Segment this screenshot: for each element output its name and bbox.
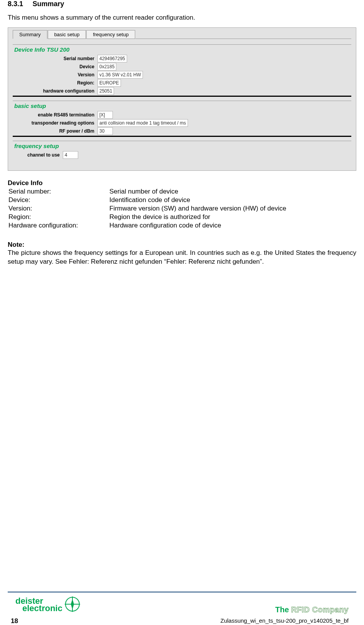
defs-heading: Device Info xyxy=(8,179,356,187)
basic-setup-title: basic setup xyxy=(13,103,351,111)
brand-line2: electronic xyxy=(15,605,62,612)
label-transponder: transponder reading options xyxy=(13,120,97,126)
compass-icon xyxy=(64,596,81,614)
frequency-setup-title: frequency setup xyxy=(13,143,351,151)
label-serial: Serial number xyxy=(13,56,97,61)
row-channel: channel to use 4 xyxy=(13,151,351,159)
basic-setup-block: basic setup enable RS485 termination [X]… xyxy=(13,101,351,137)
tag-rest: RFID Company xyxy=(291,605,349,614)
divider xyxy=(13,141,351,141)
tab-spacer xyxy=(136,30,351,39)
label-rs485: enable RS485 termination xyxy=(13,112,97,118)
def-row: Hardware configuration: Hardware configu… xyxy=(8,222,286,229)
def-row: Version: Firmware version (SW) and hardw… xyxy=(8,205,286,212)
def-desc: Firmware version (SW) and hardware versi… xyxy=(109,205,286,212)
brand-tagline: The RFID Company xyxy=(275,605,349,614)
label-version: Version xyxy=(13,72,97,77)
label-device: Device xyxy=(13,64,97,69)
doc-reference: Zulassung_wi_en_ts_tsu-200_pro_v140205_t… xyxy=(220,617,349,625)
def-label: Device: xyxy=(8,196,109,204)
value-serial: 4294967295 xyxy=(97,55,127,62)
def-label: Serial number: xyxy=(8,188,109,195)
def-label: Region: xyxy=(8,213,109,221)
label-channel: channel to use xyxy=(13,152,63,158)
svg-marker-3 xyxy=(71,599,74,610)
def-label: Version: xyxy=(8,205,109,212)
label-hw-config: hardware configuration xyxy=(13,88,97,94)
row-version: Version v1.36 SW v2.01 HW xyxy=(13,71,351,79)
divider xyxy=(13,44,351,45)
def-desc: Identification code of device xyxy=(109,196,286,204)
section-header: 8.3.1 Summary xyxy=(8,0,356,8)
row-serial: Serial number 4294967295 xyxy=(13,55,351,62)
row-device: Device 0x2185 xyxy=(13,63,351,71)
row-hw-config: hardware configuration 25051 xyxy=(13,87,351,95)
def-row: Region: Region the device is authorized … xyxy=(8,213,286,221)
def-row: Serial number: Serial number of device xyxy=(8,188,286,195)
device-info-block: Device Info TSU 200 Serial number 429496… xyxy=(13,44,351,97)
def-desc: Serial number of device xyxy=(109,188,286,195)
divider xyxy=(13,136,351,137)
value-region: EUROPE xyxy=(97,79,121,87)
value-rs485: [X] xyxy=(97,111,113,119)
divider xyxy=(13,101,351,101)
row-transponder: transponder reading options anti collisi… xyxy=(13,119,351,127)
note-heading: Note: xyxy=(8,241,356,249)
row-rs485: enable RS485 termination [X] xyxy=(13,111,351,119)
tab-basic-setup[interactable]: basic setup xyxy=(48,30,86,39)
label-rf-power: RF power / dBm xyxy=(13,128,97,134)
frequency-setup-block: frequency setup channel to use 4 xyxy=(13,141,351,159)
def-desc: Hardware configuration code of device xyxy=(109,222,286,229)
brand-logo: deister electronic xyxy=(15,596,81,614)
def-row: Device: Identification code of device xyxy=(8,196,286,204)
note-text: The picture shows the frequency settings… xyxy=(8,249,356,266)
value-transponder: anti collision read mode 1 tag timeout /… xyxy=(97,119,188,127)
page-footer: deister electronic The RFID Company xyxy=(8,591,356,625)
row-rf-power: RF power / dBm 30 xyxy=(13,127,351,135)
def-desc: Region the device is authorized for xyxy=(109,213,286,221)
value-hw-config: 25051 xyxy=(97,87,114,95)
defs-table: Serial number: Serial number of device D… xyxy=(8,187,287,230)
row-region: Region: EUROPE xyxy=(13,79,351,87)
def-label: Hardware configuration: xyxy=(8,222,109,229)
device-info-title: Device Info TSU 200 xyxy=(13,46,351,54)
value-channel: 4 xyxy=(63,151,78,159)
page-number: 18 xyxy=(11,617,18,625)
value-version: v1.36 SW v2.01 HW xyxy=(97,71,143,79)
section-title: Summary xyxy=(33,0,64,8)
tag-the: The xyxy=(275,605,291,614)
label-region: Region: xyxy=(13,80,97,86)
divider xyxy=(13,96,351,97)
value-rf-power: 30 xyxy=(97,127,113,135)
value-device: 0x2185 xyxy=(97,63,116,71)
config-screenshot: Summary basic setup frequency setup Devi… xyxy=(8,27,356,171)
section-number: 8.3.1 xyxy=(8,0,23,8)
tab-frequency-setup[interactable]: frequency setup xyxy=(86,30,135,39)
intro-text: This menu shows a summary of the current… xyxy=(8,14,356,22)
tab-bar: Summary basic setup frequency setup xyxy=(13,30,351,39)
tab-summary[interactable]: Summary xyxy=(13,30,47,39)
